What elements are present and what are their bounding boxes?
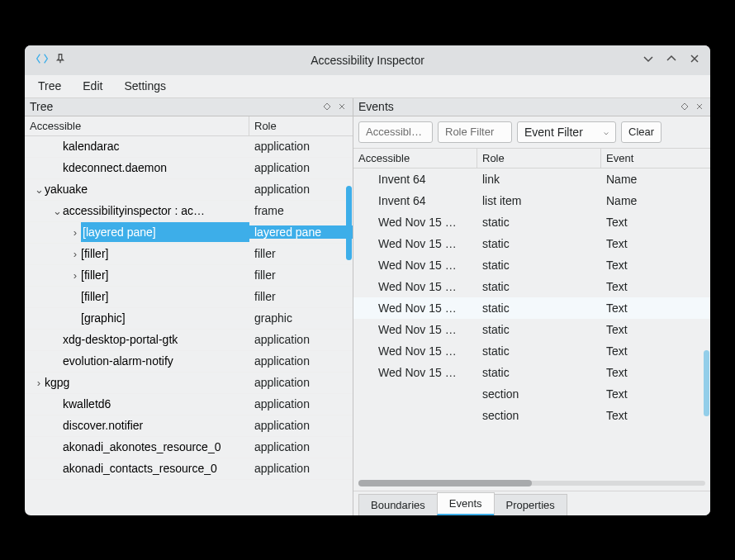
event-role: static: [477, 216, 601, 229]
events-column-event[interactable]: Event: [601, 149, 710, 168]
scrollbar-horizontal[interactable]: [358, 479, 705, 487]
event-accessible: Wed Nov 15 …: [353, 259, 477, 272]
event-type: Text: [601, 301, 710, 315]
event-role: list item: [477, 194, 601, 207]
chevron-right-icon[interactable]: ›: [33, 377, 45, 389]
event-role: static: [477, 259, 601, 272]
event-accessible: Wed Nov 15 …: [353, 216, 477, 229]
tree-row[interactable]: ›[layered pane]layered pane: [25, 222, 353, 244]
tree-row[interactable]: evolution-alarm-notifyapplication: [25, 351, 353, 373]
app-icon: [35, 51, 50, 69]
event-row[interactable]: Wed Nov 15 …staticText: [353, 362, 710, 383]
menu-edit[interactable]: Edit: [76, 76, 109, 96]
tree-view[interactable]: kalendaracapplicationkdeconnect.daemonap…: [25, 136, 353, 515]
role-filter-input[interactable]: Role Filter: [438, 121, 512, 143]
float-icon[interactable]: [679, 101, 690, 112]
event-row[interactable]: Wed Nov 15 …staticText: [353, 319, 710, 340]
event-row[interactable]: sectionText: [353, 405, 710, 426]
tree-item-label: [filler]: [81, 247, 249, 260]
event-row[interactable]: Wed Nov 15 …staticText: [353, 233, 710, 254]
chevron-right-icon[interactable]: ›: [69, 226, 81, 239]
tab-properties[interactable]: Properties: [494, 494, 567, 515]
tree-item-role: filler: [249, 268, 353, 282]
event-filter-dropdown[interactable]: Event Filter ⌵: [517, 121, 616, 143]
scrollbar-vertical[interactable]: [344, 136, 353, 515]
event-type: Text: [601, 387, 710, 401]
tree-row[interactable]: discover.notifierapplication: [25, 415, 353, 437]
column-accessible[interactable]: Accessible: [25, 116, 249, 135]
tree-row[interactable]: ›[filler]filler: [25, 265, 353, 287]
event-type: Text: [601, 409, 710, 422]
window-title: Accessibility Inspector: [84, 54, 651, 67]
events-table[interactable]: Invent 64linkNameInvent 64list itemNameW…: [353, 168, 710, 477]
chevron-down-icon: ⌵: [604, 127, 609, 136]
tree-row[interactable]: kwalletd6application: [25, 394, 353, 415]
tree-row[interactable]: kalendaracapplication: [25, 136, 353, 158]
tree-row[interactable]: xdg-desktop-portal-gtkapplication: [25, 330, 353, 351]
tree-item-label: accessibilityinspector : ac…: [63, 204, 249, 217]
event-row[interactable]: Wed Nov 15 …staticText: [353, 211, 710, 233]
tab-boundaries[interactable]: Boundaries: [358, 494, 438, 515]
menu-tree[interactable]: Tree: [31, 76, 68, 96]
event-row[interactable]: Wed Nov 15 …staticText: [353, 340, 710, 362]
tree-pane: Tree Accessible Role kalendaracapplicati…: [25, 98, 353, 515]
tree-item-label: kdeconnect.daemon: [63, 161, 249, 174]
minimize-button[interactable]: [643, 53, 654, 67]
chevron-right-icon[interactable]: ›: [69, 269, 81, 282]
tree-item-role: application: [249, 333, 353, 346]
tree-item-label: xdg-desktop-portal-gtk: [63, 333, 249, 346]
event-row[interactable]: Wed Nov 15 …staticText: [353, 276, 710, 297]
tree-row[interactable]: [graphic]graphic: [25, 308, 353, 330]
events-column-accessible[interactable]: Accessible: [353, 149, 477, 168]
event-row[interactable]: Invent 64linkName: [353, 168, 710, 190]
event-type: Text: [601, 280, 710, 293]
tree-row[interactable]: ⌄yakuakeapplication: [25, 179, 353, 201]
menubar: Tree Edit Settings: [25, 75, 710, 98]
close-button[interactable]: [689, 53, 700, 67]
event-type: Text: [601, 216, 710, 229]
tree-row[interactable]: ›[filler]filler: [25, 244, 353, 265]
event-row[interactable]: Wed Nov 15 …staticText: [353, 254, 710, 276]
event-row[interactable]: sectionText: [353, 383, 710, 405]
chevron-down-icon[interactable]: ⌄: [51, 205, 63, 217]
event-row[interactable]: Invent 64list itemName: [353, 190, 710, 211]
chevron-right-icon[interactable]: ›: [69, 248, 81, 260]
tree-item-role: filler: [249, 247, 353, 260]
tree-item-role: application: [249, 462, 353, 475]
event-type: Text: [601, 237, 710, 250]
chevron-down-icon[interactable]: ⌄: [33, 183, 45, 196]
tree-item-role: filler: [249, 290, 353, 303]
accessible-filter-input[interactable]: Accessibl…: [358, 121, 433, 143]
close-pane-icon[interactable]: [336, 101, 348, 112]
tree-item-role: application: [249, 140, 353, 153]
tree-row[interactable]: akonadi_akonotes_resource_0application: [25, 437, 353, 458]
pin-icon[interactable]: [55, 53, 66, 67]
tree-item-role: application: [249, 183, 353, 196]
scrollbar-vertical[interactable]: [702, 168, 710, 477]
tree-item-label: akonadi_contacts_resource_0: [63, 462, 249, 475]
event-accessible: Wed Nov 15 …: [353, 366, 477, 379]
tab-events[interactable]: Events: [437, 492, 495, 515]
tree-item-role: application: [249, 419, 353, 432]
tree-row[interactable]: kdeconnect.daemonapplication: [25, 158, 353, 179]
maximize-button[interactable]: [666, 53, 677, 67]
tree-item-label: kwalletd6: [63, 397, 249, 411]
column-role[interactable]: Role: [249, 116, 353, 135]
events-column-role[interactable]: Role: [477, 149, 601, 168]
event-row[interactable]: Wed Nov 15 …staticText: [353, 297, 710, 319]
tree-item-label: discover.notifier: [63, 419, 249, 432]
tree-row[interactable]: akonadi_contacts_resource_0application: [25, 458, 353, 480]
tree-item-label: yakuake: [45, 183, 249, 196]
event-type: Text: [601, 259, 710, 272]
event-role: static: [477, 323, 601, 336]
tree-row[interactable]: ›kgpgapplication: [25, 373, 353, 394]
close-pane-icon[interactable]: [694, 101, 705, 112]
tree-item-label: [filler]: [81, 268, 249, 282]
menu-settings[interactable]: Settings: [117, 76, 173, 96]
titlebar[interactable]: Accessibility Inspector: [25, 45, 710, 75]
clear-button[interactable]: Clear: [621, 121, 662, 143]
float-icon[interactable]: [321, 101, 333, 112]
tree-item-label: kalendarac: [63, 140, 249, 153]
tree-row[interactable]: ⌄accessibilityinspector : ac…frame: [25, 201, 353, 222]
tree-row[interactable]: [filler]filler: [25, 287, 353, 308]
